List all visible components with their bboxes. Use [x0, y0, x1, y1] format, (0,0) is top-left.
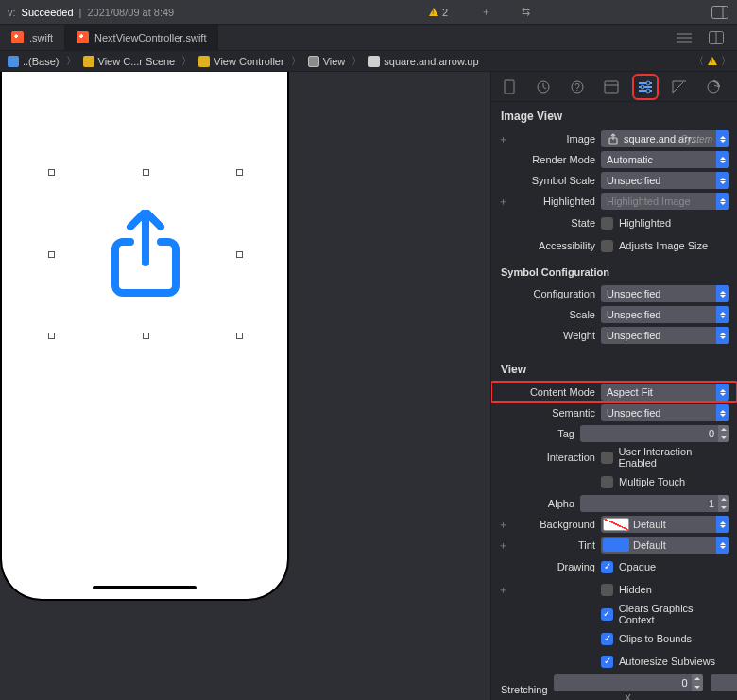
label-stretching: Stretching — [501, 684, 548, 695]
highlighted-image-popup[interactable]: Highlighted Image — [601, 193, 729, 210]
jump-bar: ..(Base) 〉 View C...r Scene 〉 View Contr… — [0, 51, 737, 72]
warning-icon[interactable] — [708, 57, 717, 65]
image-system-label: System — [681, 134, 712, 145]
opaque-checkbox[interactable] — [601, 561, 613, 573]
stretch-y-input[interactable] — [711, 677, 737, 689]
tint-color-popup[interactable]: Default — [601, 537, 729, 554]
popup-arrows-icon — [716, 384, 729, 401]
alpha-input[interactable] — [580, 498, 718, 509]
resize-handle[interactable] — [236, 169, 243, 176]
identity-inspector-tab[interactable] — [601, 77, 622, 97]
row-scale: Scale Unspecified — [491, 304, 737, 325]
code-review-icon[interactable]: ⇆ — [516, 3, 535, 22]
add-property-icon[interactable]: ＋ — [495, 583, 510, 597]
add-property-icon[interactable]: ＋ — [495, 132, 510, 146]
resize-handle[interactable] — [236, 333, 243, 339]
highlighted-checkbox[interactable] — [601, 217, 613, 230]
resize-handle[interactable] — [48, 169, 55, 176]
svg-line-20 — [673, 82, 683, 93]
resize-handle[interactable] — [48, 333, 55, 339]
adjust-editor-icon[interactable] — [675, 28, 694, 47]
swift-file-icon — [11, 31, 24, 43]
bc-base[interactable]: ..(Base) — [6, 56, 61, 67]
add-property-icon[interactable]: ＋ — [495, 518, 510, 532]
bc-vc[interactable]: View Controller — [197, 56, 285, 67]
stretch-x-input[interactable] — [554, 677, 692, 689]
selected-imageview[interactable] — [51, 172, 240, 336]
background-color-popup[interactable]: Default — [601, 516, 729, 533]
user-interaction-checkbox[interactable] — [601, 452, 613, 464]
history-inspector-tab[interactable] — [533, 77, 554, 97]
chevron-right-icon[interactable]: 〉 — [721, 54, 731, 68]
background-value: Default — [633, 519, 666, 530]
resize-handle[interactable] — [48, 251, 55, 258]
svg-rect-8 — [505, 80, 514, 94]
size-inspector-tab[interactable] — [669, 77, 690, 97]
label-symbol-scale: Symbol Scale — [516, 175, 595, 186]
label-interaction: Interaction — [516, 452, 595, 463]
stretch-y-field[interactable] — [711, 674, 737, 691]
clears-graphics-checkbox[interactable] — [601, 608, 613, 621]
build-status: Succeeded — [22, 7, 74, 18]
row-state: State Highlighted — [491, 212, 737, 234]
tag-input[interactable] — [580, 428, 718, 439]
clears-graphics-label: Clears Graphics Context — [619, 603, 729, 625]
opaque-label: Opaque — [619, 561, 656, 572]
tab-left[interactable]: .swift — [0, 25, 65, 50]
tab-active-label: NextViewController.swift — [94, 32, 206, 43]
help-inspector-tab[interactable]: ? — [567, 77, 588, 97]
hidden-checkbox[interactable] — [601, 584, 613, 596]
top-status-bar: v: Succeeded | 2021/08/09 at 8:49 2 ＋ ⇆ — [0, 0, 737, 25]
connections-inspector-tab[interactable] — [703, 77, 724, 97]
bc-symbol[interactable]: square.and.arrow.up — [367, 56, 480, 67]
scale-value: Unspecified — [607, 309, 660, 320]
resize-handle[interactable] — [236, 251, 243, 258]
bc-scene[interactable]: View C...r Scene — [81, 56, 178, 67]
popup-arrows-icon — [716, 404, 729, 421]
tab-active[interactable]: NextViewController.swift — [65, 25, 218, 50]
attributes-inspector-tab[interactable] — [635, 77, 656, 97]
warning-badge[interactable]: 2 — [429, 7, 448, 18]
stretch-x-field[interactable] — [554, 674, 703, 691]
swift-file-icon — [77, 31, 89, 43]
autoresize-label: Autoresize Subviews — [619, 656, 715, 667]
content-mode-popup[interactable]: Aspect Fit — [601, 384, 729, 401]
add-editor-icon[interactable] — [707, 28, 726, 47]
add-property-icon[interactable]: ＋ — [495, 538, 510, 553]
stepper[interactable] — [692, 674, 703, 691]
resize-handle[interactable] — [143, 169, 149, 176]
render-mode-popup[interactable]: Automatic — [601, 151, 729, 168]
add-property-icon[interactable]: ＋ — [495, 195, 510, 209]
alpha-field[interactable] — [580, 495, 729, 512]
weight-popup[interactable]: Unspecified — [601, 327, 729, 344]
bc-view[interactable]: View — [306, 56, 348, 67]
multiple-touch-checkbox[interactable] — [601, 476, 613, 488]
configuration-popup[interactable]: Unspecified — [601, 285, 729, 302]
tag-field[interactable] — [580, 425, 729, 442]
stepper[interactable] — [718, 495, 729, 512]
image-popup[interactable]: square.and.arr... System — [601, 130, 729, 147]
scale-popup[interactable]: Unspecified — [601, 306, 729, 323]
stepper[interactable] — [718, 425, 729, 442]
device-frame — [0, 72, 289, 601]
interface-builder-canvas[interactable] — [0, 72, 491, 700]
editor-tab-bar: .swift NextViewController.swift — [0, 25, 737, 51]
resize-handle[interactable] — [143, 333, 149, 339]
file-inspector-tab[interactable] — [499, 77, 520, 97]
autoresize-checkbox[interactable] — [601, 656, 613, 668]
section-image-view: Image View — [491, 102, 737, 128]
semantic-popup[interactable]: Unspecified — [601, 404, 729, 421]
plus-icon[interactable]: ＋ — [476, 3, 495, 22]
color-swatch-tint — [603, 538, 629, 552]
sublabel-x: X — [625, 693, 631, 700]
popup-arrows-icon — [716, 306, 729, 323]
row-alpha: Alpha — [491, 493, 737, 514]
build-status-sep: | — [79, 7, 82, 18]
square-and-arrow-up-icon — [111, 210, 180, 299]
clips-to-bounds-checkbox[interactable] — [601, 633, 613, 645]
adjusts-image-size-checkbox[interactable] — [601, 240, 613, 252]
symbol-scale-popup[interactable]: Unspecified — [601, 172, 729, 189]
panel-toggle-icon[interactable] — [711, 3, 729, 22]
chevron-left-icon[interactable]: 〈 — [694, 54, 704, 68]
popup-arrows-icon — [716, 151, 729, 168]
